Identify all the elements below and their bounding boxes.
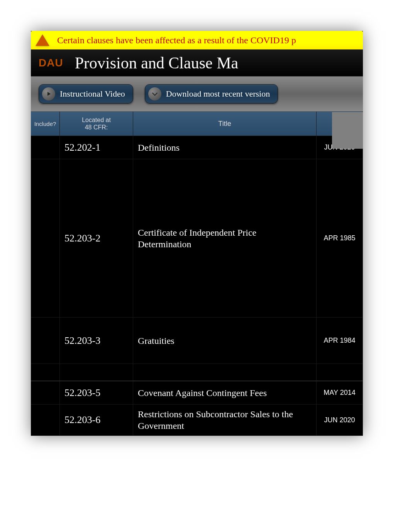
download-button[interactable]: Download most recent version [145,84,278,104]
instructional-video-button[interactable]: Instructional Video [39,84,133,104]
cfr-cell: 52.203-5 [60,381,133,404]
clause-table: Include? Located at 48 CFR: Title Date 5… [31,111,363,436]
side-panel [332,112,363,149]
title-cell: Definitions [133,136,317,159]
download-icon [148,87,161,100]
table-header: Include? Located at 48 CFR: Title Date [31,111,363,136]
toolbar: Instructional Video Download most recent… [31,76,363,111]
table-body: 52.202-1DefinitionsJUN 202052.203-2Certi… [31,136,363,436]
alert-banner: Certain clauses have been affected as a … [31,31,363,49]
title-cell [133,364,317,381]
cfr-cell: 52.203-6 [60,405,133,435]
title-cell: Gratuities [133,318,317,364]
date-cell: APR 1985 [317,159,363,317]
table-row[interactable]: 52.203-2Certificate of Independent Price… [31,159,363,318]
include-cell[interactable] [31,136,60,159]
alert-text: Certain clauses have been affected as a … [57,35,296,46]
table-row[interactable]: 52.202-1DefinitionsJUN 2020 [31,136,363,159]
download-button-label: Download most recent version [166,89,270,99]
include-cell[interactable] [31,159,60,317]
app-title: Provision and Clause Ma [75,54,238,72]
col-header-include[interactable]: Include? [31,112,60,136]
cfr-cell [60,364,133,381]
col-header-title[interactable]: Title [133,112,317,136]
table-row[interactable] [31,364,363,381]
date-cell [317,364,363,381]
video-button-label: Instructional Video [60,89,125,99]
include-cell[interactable] [31,405,60,435]
title-cell: Covenant Against Contingent Fees [133,381,317,404]
header-bar: DAU Provision and Clause Ma [31,49,363,76]
play-icon [42,87,55,100]
include-cell[interactable] [31,318,60,364]
table-row[interactable]: 52.203-6Restrictions on Subcontractor Sa… [31,405,363,436]
include-cell[interactable] [31,381,60,404]
logo: DAU [39,57,63,69]
title-cell: Restrictions on Subcontractor Sales to t… [133,405,317,435]
include-cell[interactable] [31,364,60,381]
cfr-cell: 52.202-1 [60,136,133,159]
cfr-cell: 52.203-2 [60,159,133,317]
col-header-cfr[interactable]: Located at 48 CFR: [60,112,133,136]
title-cell: Certificate of Independent Price Determi… [133,159,317,317]
date-cell: APR 1984 [317,318,363,364]
date-cell: JUN 2020 [317,405,363,435]
table-row[interactable]: 52.203-3GratuitiesAPR 1984 [31,318,363,364]
cfr-cell: 52.203-3 [60,318,133,364]
warning-icon [36,34,49,46]
app-container: Certain clauses have been affected as a … [31,31,363,436]
date-cell: MAY 2014 [317,381,363,404]
table-row[interactable]: 52.203-5Covenant Against Contingent Fees… [31,381,363,405]
